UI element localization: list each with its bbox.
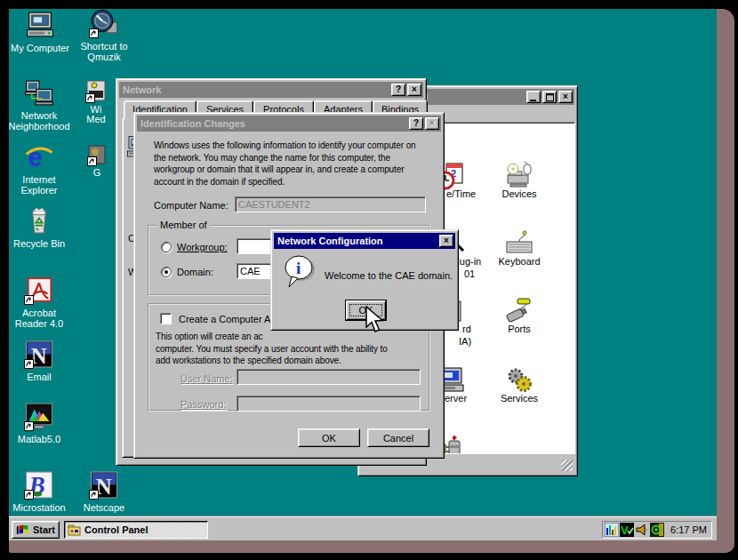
cp-label-server[interactable]: erver [445,393,467,404]
shortcut-arrow-icon [89,490,99,500]
task-label: Control Panel [84,524,148,535]
icon-label: Shortcut to [80,41,127,52]
icon-label: Microstation [7,502,71,513]
desktop-icon-netscape[interactable]: N Netscape [72,470,136,513]
create-account-checkbox[interactable] [160,313,172,324]
network-title: Network [123,84,389,95]
cp-label-java-plugin-line2[interactable]: 01 [464,268,475,279]
cp-label-ports[interactable]: Ports [491,324,548,334]
network-titlebar[interactable]: Network ? × [119,82,423,98]
volume-tray-icon[interactable] [635,523,649,537]
matlab-icon [24,402,54,431]
maximize-button[interactable] [542,91,557,103]
keyboard-icon[interactable] [505,229,533,258]
ok-button[interactable]: OK [298,428,360,447]
icon-label: Acrobat [22,308,56,318]
close-button[interactable]: × [558,91,573,103]
system-tray: V 6:17 PM [602,521,712,539]
close-button[interactable]: × [407,84,421,96]
shortcut-arrow-icon [24,490,34,500]
taskbar-task-control-panel[interactable]: Control Panel [64,521,208,539]
desktop-icon-media-partial[interactable]: WiMed [78,80,114,124]
cp-label-date-time[interactable]: e/Time [446,188,476,199]
internet-explorer-icon: e [24,142,54,172]
resize-grip[interactable] [561,460,573,471]
my-computer-icon [25,11,55,40]
cp-label-services[interactable]: Services [491,393,548,404]
shortcut-arrow-icon [24,421,34,431]
resource-meter-tray-icon[interactable] [605,523,619,537]
desktop-icon-qmuzik[interactable]: Shortcut toQmuzik [72,9,136,62]
icon-label: My Computer [8,43,72,53]
acrobat-reader-icon [24,276,54,305]
shortcut-arrow-icon [89,28,99,38]
g-icon [87,145,107,166]
desktop-icon-recycle-bin[interactable]: Recycle Bin [7,206,71,249]
info-icon: i [283,255,318,292]
start-button[interactable]: Start [12,521,60,539]
network-agent-tray-icon[interactable]: V [620,523,634,537]
msgbox-titlebar[interactable]: Network Configuration × [274,233,455,249]
netscape-n-icon: N [89,470,119,500]
devices-icon[interactable] [505,162,533,190]
workgroup-label: Workgroup: [177,242,228,252]
cp-label-pc-card-line1[interactable]: rd [462,324,471,334]
identification-titlebar[interactable]: Identification Changes ? × [137,116,441,132]
desktop-icon-email[interactable]: N Email [7,340,71,382]
desktop-icon-acrobat-reader[interactable]: AcrobatReader 4.0 [7,276,71,329]
help-button[interactable]: ? [409,117,423,130]
workgroup-radio[interactable] [161,242,172,252]
display-adapter-tray-icon[interactable] [650,523,664,537]
user-name-label: User Name: [180,373,233,384]
windows-logo-icon [16,524,30,536]
domain-radio[interactable] [161,267,172,277]
qmuzik-gauge-icon [89,9,119,38]
taskbar: Start Control Panel V 6:17 PM [9,516,717,540]
icon-label-fragment: G [82,168,112,178]
desktop-icon-network-neighborhood[interactable]: NetworkNeighborhood [7,78,71,132]
minimize-button[interactable] [526,91,541,103]
tray-clock: 6:17 PM [670,524,710,535]
ports-icon[interactable] [505,297,533,325]
svg-text:i: i [296,259,301,277]
user-name-field [237,369,421,385]
icon-label: Netscape [72,502,136,513]
netscape-n-icon: N [24,340,54,369]
cp-label-pc-card-line2[interactable]: IA) [459,336,471,347]
desktop-icon-g-partial[interactable]: G [82,145,112,178]
password-label: Password: [180,399,226,410]
member-of-legend: Member of [157,220,210,230]
cp-label-devices[interactable]: Devices [491,188,548,199]
desktop-icon-internet-explorer[interactable]: e InternetExplorer [7,142,71,196]
close-button[interactable]: × [439,235,453,247]
computer-name-field: CAESTUDENT2 [235,196,426,212]
start-label: Start [33,524,55,535]
svg-text:V: V [621,524,629,537]
media-icon [85,80,107,103]
msgbox-message: Welcome to the CAE domain. [325,270,453,281]
password-field [237,396,421,412]
icon-label: Internet [22,174,55,185]
shortcut-arrow-icon [87,156,97,166]
create-account-label: Create a Computer Acc [179,314,280,324]
control-panel-icon [68,524,81,536]
icon-label: Network [21,110,57,121]
msgbox-title: Network Configuration [277,236,437,246]
domain-label: Domain: [177,267,213,277]
crt-photo-frame: My Computer Shortcut toQmuzik NetworkNei… [0,0,738,560]
cancel-button[interactable]: Cancel [367,428,429,447]
services-icon[interactable] [505,366,533,395]
recycle-bin-icon [24,206,54,236]
microstation-icon: B [24,470,54,500]
desktop-icon-matlab[interactable]: Matlab5.0 [7,402,71,444]
desktop-icon-microstation[interactable]: B Microstation [7,470,71,513]
cp-label-keyboard[interactable]: Keyboard [491,256,548,267]
computer-name-label: Computer Name: [154,200,229,211]
help-button[interactable]: ? [391,84,405,96]
shortcut-arrow-icon [24,359,34,369]
close-button: × [425,117,439,130]
icon-label: Email [7,372,71,382]
mouse-cursor-icon [365,306,384,334]
icon-label: Recycle Bin [7,238,71,249]
desktop-icon-my-computer[interactable]: My Computer [8,11,72,53]
